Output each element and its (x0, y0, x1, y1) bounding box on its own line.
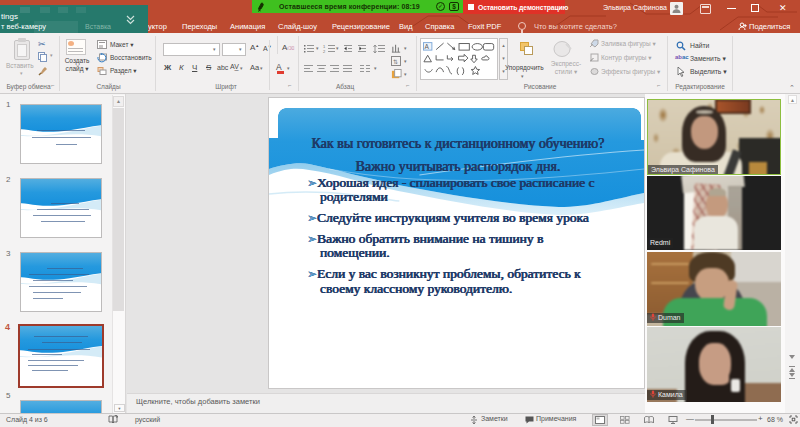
svg-text:A: A (424, 43, 429, 50)
svg-text:2: 2 (323, 49, 326, 54)
